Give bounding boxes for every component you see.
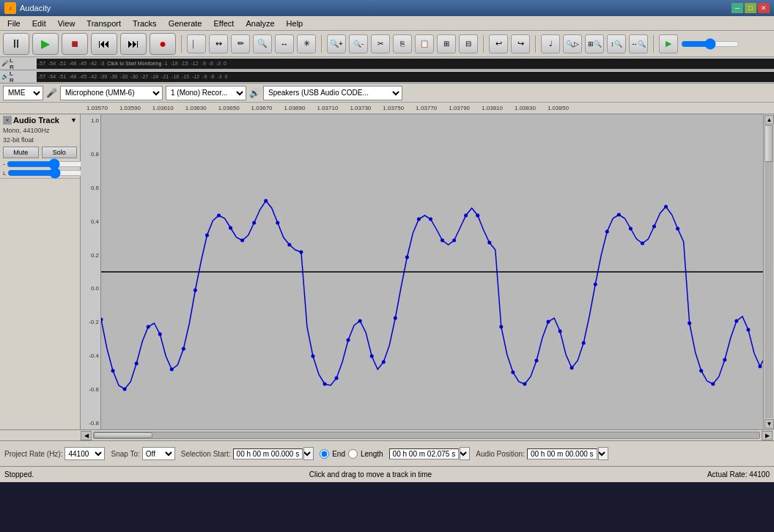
svg-point-35 [487, 241, 491, 245]
y-label-02: 0.2 [82, 252, 99, 259]
menubar-item-generate[interactable]: Generate [163, 18, 208, 29]
zoom-out-button[interactable]: 🔍- [349, 34, 368, 53]
selection-tool-button[interactable]: ⎸ [187, 34, 206, 53]
svg-point-26 [382, 361, 386, 364]
ruler-mark-15: 1.03850 [542, 105, 575, 111]
play-button[interactable]: ▶ [32, 33, 59, 55]
silence-button[interactable]: ⊟ [459, 34, 478, 53]
length-radio[interactable] [348, 449, 358, 459]
v-scrollbar: ▲ ▼ [763, 114, 774, 429]
skip-forward-button[interactable]: ⏭ [120, 33, 147, 55]
channel-select[interactable]: 1 (Mono) Recor... [166, 86, 246, 100]
svg-point-34 [476, 214, 479, 218]
y-label-n06: -0.6 [82, 386, 99, 393]
audio-pos-unit[interactable]: s [598, 447, 608, 460]
mic-icon: 🎤 [46, 88, 57, 98]
track-info-line2: 32-bit float [3, 136, 77, 145]
svg-point-57 [746, 328, 750, 332]
record-button[interactable]: ● [150, 33, 176, 55]
stop-button[interactable]: ■ [62, 33, 88, 55]
host-select[interactable]: MME [3, 86, 43, 100]
y-label-06: 0.6 [82, 185, 99, 191]
project-rate-select[interactable]: 44100 [64, 447, 105, 460]
minimize-button[interactable]: ─ [731, 3, 743, 13]
selection-start-unit[interactable]: s [303, 447, 314, 460]
track-dropdown-icon[interactable]: ▼ [70, 117, 77, 124]
zoom-in-button[interactable]: 🔍+ [327, 34, 346, 53]
redo-button[interactable]: ↪ [511, 34, 530, 53]
svg-point-19 [299, 251, 303, 254]
close-button[interactable]: ✕ [758, 3, 770, 13]
ruler-mark-1: 1.03570 [81, 105, 114, 111]
timeshift-tool-button[interactable]: ↔ [275, 34, 294, 53]
ruler-marks: 1.03570 1.03590 1.03610 1.03630 1.03650 … [81, 105, 575, 111]
mute-solo-group: Mute Solo [3, 147, 77, 158]
svg-point-38 [523, 383, 526, 386]
speed-slider[interactable] [681, 39, 740, 49]
solo-button[interactable]: Solo [42, 147, 78, 158]
skip-back-button[interactable]: ⏮ [91, 33, 117, 55]
waveform-area[interactable]: 1.0 0.8 0.6 0.4 0.2 0.0 -0.2 -0.4 -0.6 -… [81, 114, 774, 429]
y-label-n04: -0.4 [82, 352, 99, 359]
menubar-item-effect[interactable]: Effect [208, 18, 240, 29]
zoom-fit2-button[interactable]: ↕🔍 [607, 34, 626, 53]
gain-minus-label: - [3, 160, 5, 168]
draw-tool-button[interactable]: ✏ [231, 34, 250, 53]
trim-button[interactable]: ⊞ [437, 34, 456, 53]
menubar-item-tracks[interactable]: Tracks [127, 18, 163, 29]
play-at-speed-button[interactable]: ▶ [659, 34, 678, 53]
input-select[interactable]: Microphone (UMM-6) [60, 86, 163, 100]
svg-point-43 [582, 341, 586, 345]
svg-point-47 [629, 227, 633, 231]
svg-point-25 [370, 355, 374, 358]
hscroll-track [93, 432, 760, 439]
zoom-fit-button[interactable]: ⊞🔍 [585, 34, 604, 53]
snap-to-select[interactable]: Off [142, 447, 175, 460]
undo-button[interactable]: ↩ [489, 34, 508, 53]
svg-point-40 [547, 320, 550, 324]
end-radio[interactable] [320, 449, 329, 459]
click-monitor-label[interactable]: Click to Start Monitoring [107, 61, 161, 66]
metronome-button[interactable]: ♩ [541, 34, 560, 53]
envelope-tool-button[interactable]: ↭ [209, 34, 228, 53]
vscroll-down-button[interactable]: ▼ [764, 419, 774, 429]
lr-label-play: LR [10, 70, 14, 84]
statusbar: Project Rate (Hz): 44100 Snap To: Off Se… [0, 440, 774, 466]
svg-point-20 [311, 355, 314, 358]
svg-point-44 [594, 283, 597, 287]
zoom-tool-button[interactable]: 🔍 [253, 34, 272, 53]
end-unit[interactable]: s [460, 447, 470, 460]
menubar-item-view[interactable]: View [52, 18, 81, 29]
menubar-item-analyze[interactable]: Analyze [240, 18, 280, 29]
vscroll-up-button[interactable]: ▲ [764, 115, 774, 125]
menubar-item-help[interactable]: Help [281, 18, 309, 29]
hscroll-left-button[interactable]: ◀ [81, 431, 92, 440]
pause-button[interactable]: ⏸ [3, 33, 29, 55]
waveform-svg [101, 114, 763, 429]
svg-point-7 [158, 333, 162, 336]
vu-scale-rec: -57 -54 -51 -48 -45 -42 -3 [38, 61, 107, 66]
output-select[interactable]: Speakers (USB Audio CODE... [263, 86, 402, 100]
menubar-item-transport[interactable]: Transport [81, 18, 127, 29]
zoom-sel-button[interactable]: 🔍▷ [563, 34, 582, 53]
vscroll-thumb[interactable] [764, 125, 773, 162]
cut-button[interactable]: ✂ [371, 34, 390, 53]
paste-button[interactable]: 📋 [415, 34, 434, 53]
copy-button[interactable]: ⎘ [393, 34, 412, 53]
svg-point-48 [641, 242, 644, 245]
record-vu-row: 🎤 LR -57 -54 -51 -48 -45 -42 -3 Click to… [0, 57, 774, 70]
multi-tool-button[interactable]: ✳ [297, 34, 316, 53]
zoom-full-button[interactable]: ↔🔍 [629, 34, 648, 53]
svg-point-10 [194, 289, 197, 292]
menubar-item-edit[interactable]: Edit [26, 18, 52, 29]
end-label: End [332, 450, 345, 458]
ruler-mark-2: 1.03590 [114, 105, 147, 111]
hscroll-thumb[interactable] [94, 432, 152, 438]
maximize-button[interactable]: □ [745, 3, 756, 13]
mute-button[interactable]: Mute [3, 147, 39, 158]
hscroll-right-button[interactable]: ▶ [762, 431, 773, 440]
vu-scale-play: -57 -54 -51 -48 -45 -42 -39 -36 -33 -30 … [38, 74, 227, 79]
track-close-button[interactable]: × [3, 116, 12, 125]
pan-left-label: L [3, 170, 6, 177]
menubar-item-file[interactable]: File [1, 18, 26, 29]
